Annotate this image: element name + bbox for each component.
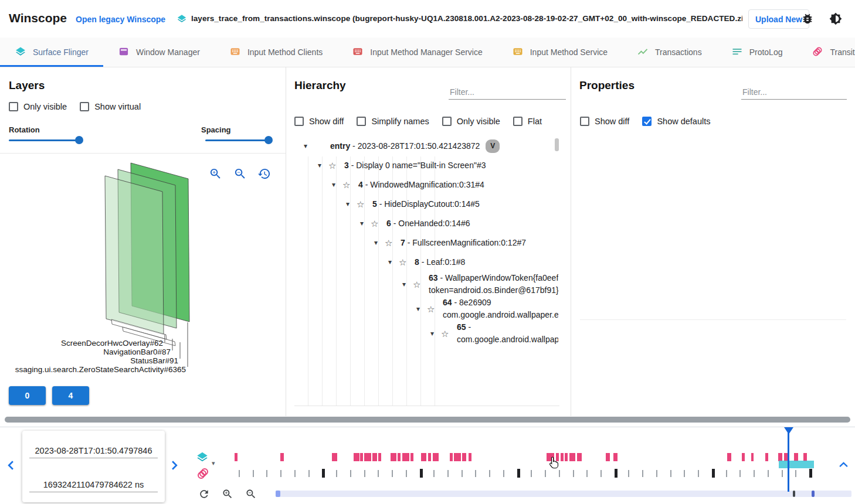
checkbox[interactable]: [642, 117, 652, 126]
trace-tick-mark[interactable]: [586, 470, 588, 477]
tree-node[interactable]: ▾☆65 - com.google.android.wallpaper.effe…: [294, 321, 558, 346]
trace-tick-mark[interactable]: [517, 469, 520, 478]
trace-event-mark[interactable]: [462, 453, 466, 461]
trace-tick-mark[interactable]: [531, 470, 532, 477]
trace-event-mark[interactable]: [391, 453, 396, 461]
trace-tick-mark[interactable]: [503, 470, 504, 477]
show-diff-checkbox[interactable]: Show diff: [294, 117, 344, 126]
trace-event-mark[interactable]: [378, 453, 381, 461]
rotation-slider[interactable]: [9, 136, 83, 144]
star-icon[interactable]: ☆: [342, 179, 353, 191]
trace-event-mark[interactable]: [235, 453, 238, 461]
star-icon[interactable]: ☆: [413, 278, 423, 291]
open-legacy-winscope-link[interactable]: Open legacy Winscope: [76, 15, 165, 24]
trace-tick-mark[interactable]: [782, 470, 783, 477]
expand-arrow-icon[interactable]: ▾: [332, 179, 342, 191]
checkbox[interactable]: [580, 117, 589, 126]
trace-tick-mark[interactable]: [266, 470, 267, 477]
trace-event-mark[interactable]: [398, 453, 401, 461]
star-icon[interactable]: ☆: [399, 256, 409, 268]
properties-filter-input[interactable]: [741, 85, 847, 100]
upload-new-button[interactable]: Upload New: [748, 9, 809, 29]
trace-tick-mark[interactable]: [670, 470, 671, 477]
trace-tick-mark[interactable]: [739, 470, 741, 477]
trace-tick-mark[interactable]: [364, 470, 365, 477]
flat-checkbox[interactable]: Flat: [513, 117, 542, 126]
trace-event-mark[interactable]: [372, 453, 377, 461]
star-icon[interactable]: ☆: [357, 198, 367, 210]
tree-node[interactable]: ▾☆63 - WallpaperWindowToken{fa0eef6 toke…: [294, 272, 558, 297]
expand-arrow-icon[interactable]: ▾: [304, 140, 314, 152]
trace-tick-mark[interactable]: [280, 470, 281, 477]
trace-tick-mark[interactable]: [253, 470, 254, 477]
range-strip-marker[interactable]: [276, 491, 280, 497]
tab-input-method-clients[interactable]: Input Method Clients: [215, 38, 337, 67]
horizontal-scrollbar[interactable]: [5, 417, 850, 423]
tab-window-manager[interactable]: Window Manager: [103, 38, 215, 67]
bug-report-icon[interactable]: [801, 12, 814, 28]
trace-tick-mark[interactable]: [239, 470, 240, 477]
expand-arrow-icon[interactable]: ▾: [374, 237, 385, 249]
expand-arrow-icon[interactable]: ▾: [388, 256, 399, 268]
trace-tick-mark[interactable]: [322, 469, 325, 478]
trace-event-mark[interactable]: [428, 453, 431, 461]
trace-tick-mark[interactable]: [559, 470, 560, 477]
tab-transitions[interactable]: Transitions: [797, 38, 855, 67]
star-icon[interactable]: ☆: [385, 237, 395, 249]
star-icon[interactable]: ☆: [441, 328, 452, 340]
tree-node[interactable]: ▾☆4 - WindowedMagnification:0:31#4: [294, 175, 558, 195]
collapse-timeline-button[interactable]: [839, 461, 849, 471]
trace-tick-mark[interactable]: [392, 470, 393, 477]
trace-event-mark[interactable]: [280, 453, 284, 461]
star-icon[interactable]: ☆: [427, 303, 437, 315]
trace-tick-mark[interactable]: [420, 469, 423, 478]
checkbox[interactable]: [294, 117, 304, 126]
trace-event-mark[interactable]: [803, 453, 807, 461]
trace-tick-mark[interactable]: [795, 470, 796, 477]
range-strip-dark-tick[interactable]: [793, 491, 795, 497]
trace-tick-mark[interactable]: [294, 470, 296, 477]
trace-tick-mark[interactable]: [656, 470, 657, 477]
trace-event-mark[interactable]: [547, 453, 554, 461]
trace-tick-mark[interactable]: [433, 470, 435, 477]
range-strip-track[interactable]: [276, 491, 851, 497]
show-virtual-checkbox[interactable]: Show virtual: [80, 102, 141, 111]
spacing-slider[interactable]: [205, 136, 273, 144]
hierarchy-filter-input[interactable]: [449, 85, 566, 100]
expand-arrow-icon[interactable]: ▾: [346, 198, 357, 210]
timeline-selection[interactable]: [779, 461, 814, 468]
trace-tick-mark[interactable]: [698, 470, 699, 477]
only-visible-checkbox[interactable]: Only visible: [9, 102, 67, 111]
timeline-cursor-handle[interactable]: [784, 427, 793, 434]
trace-event-mark[interactable]: [354, 453, 359, 461]
tab-input-method-manager-service[interactable]: Input Method Manager Service: [337, 38, 497, 67]
trace-tick-mark[interactable]: [462, 470, 463, 477]
trace-event-mark[interactable]: [421, 453, 426, 461]
display-button-0[interactable]: 0: [9, 386, 46, 405]
checkbox[interactable]: [9, 102, 18, 111]
star-icon[interactable]: ☆: [328, 159, 339, 172]
trace-tick-mark[interactable]: [475, 470, 476, 477]
trace-tick-mark[interactable]: [378, 470, 379, 477]
trace-tick-mark[interactable]: [573, 470, 574, 477]
star-icon[interactable]: ☆: [371, 217, 381, 230]
tab-input-method-service[interactable]: Input Method Service: [497, 38, 622, 67]
show-defaults-checkbox[interactable]: Show defaults: [642, 117, 710, 126]
trace-tick-mark[interactable]: [684, 470, 685, 477]
only-visible-checkbox[interactable]: Only visible: [442, 117, 500, 126]
trace-event-mark[interactable]: [433, 453, 439, 461]
trace-event-mark[interactable]: [332, 453, 337, 461]
trace-event-mark[interactable]: [360, 453, 363, 461]
trace-tick-mark[interactable]: [545, 470, 546, 477]
hierarchy-scrollbar[interactable]: [555, 138, 559, 151]
trace-event-mark[interactable]: [613, 453, 618, 461]
trace-event-mark[interactable]: [364, 453, 371, 461]
range-strip-blue-tick[interactable]: [812, 491, 815, 497]
trace-tick-mark[interactable]: [712, 469, 715, 478]
timeline-canvas[interactable]: [0, 427, 855, 504]
tree-node[interactable]: ▾☆6 - OneHanded:0:14#6: [294, 214, 558, 233]
trace-tick-mark[interactable]: [447, 470, 449, 477]
trace-event-mark[interactable]: [410, 453, 413, 461]
tab-surface-flinger[interactable]: Surface Flinger: [0, 38, 103, 67]
trace-tick-mark[interactable]: [406, 470, 407, 477]
